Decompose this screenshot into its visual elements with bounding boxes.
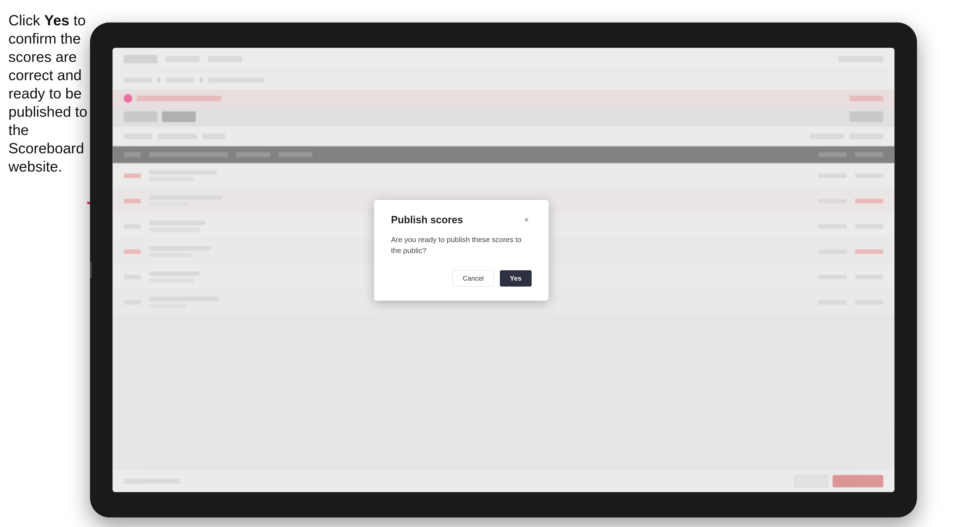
- tablet-side-button: [90, 262, 92, 278]
- dialog-overlay: Publish scores × Are you ready to publis…: [113, 48, 894, 492]
- publish-scores-dialog: Publish scores × Are you ready to publis…: [374, 200, 549, 301]
- cancel-button[interactable]: Cancel: [452, 270, 494, 287]
- instruction-suffix: to confirm the scores are correct and re…: [8, 12, 87, 175]
- tablet-device: Publish scores × Are you ready to publis…: [90, 22, 917, 517]
- yes-button[interactable]: Yes: [500, 270, 531, 287]
- dialog-body-text: Are you ready to publish these scores to…: [391, 234, 531, 256]
- instruction-bold: Yes: [44, 12, 70, 29]
- dialog-close-button[interactable]: ×: [522, 215, 531, 225]
- tablet-screen: Publish scores × Are you ready to publis…: [113, 48, 894, 492]
- instruction-prefix: Click: [8, 12, 44, 29]
- dialog-header: Publish scores ×: [391, 214, 531, 226]
- dialog-title: Publish scores: [391, 214, 463, 226]
- dialog-footer: Cancel Yes: [391, 270, 531, 287]
- instruction-text: Click Yes to confirm the scores are corr…: [8, 11, 90, 176]
